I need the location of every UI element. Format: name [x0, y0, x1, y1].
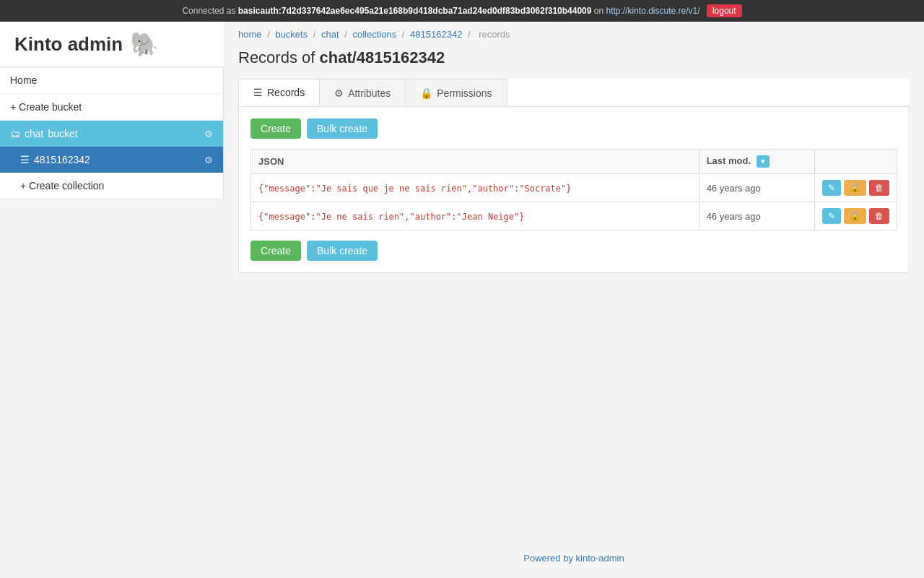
create-collection-button[interactable]: + Create collection	[0, 173, 223, 199]
collection-gear-icon[interactable]: ⚙	[204, 155, 213, 165]
sidebar-bucket-item[interactable]: 🗂 chat bucket ⚙	[0, 121, 223, 147]
sidebar: Home + Create bucket 🗂 chat bucket ⚙ ☰	[0, 67, 224, 199]
footer-link[interactable]: Powered by kinto-admin	[523, 553, 624, 564]
breadcrumb: home / buckets / chat / collections / 48…	[224, 22, 924, 44]
cell-lastmod: 46 years ago	[699, 202, 814, 230]
permissions-tab-icon: 🔒	[420, 87, 432, 99]
logout-button[interactable]: logout	[707, 4, 742, 17]
cell-actions: ✎ 🔒 🗑	[814, 202, 897, 230]
tab-bar: ☰ Records ⚙ Attributes 🔒 Permissions	[238, 79, 910, 107]
table-header-row: JSON Last mod. ▾	[251, 150, 897, 174]
footer: Powered by kinto-admin	[224, 538, 924, 578]
cell-json: {"message":"Je sais que je ne sais rien"…	[251, 174, 699, 202]
bucket-name: chat	[25, 128, 43, 139]
sidebar-home[interactable]: Home	[0, 67, 223, 94]
bottom-action-bar: Create Bulk create	[250, 241, 897, 261]
collection-label: ☰ 4815162342	[20, 154, 90, 165]
list-icon: ☰	[20, 154, 30, 165]
app-header: Kinto admin 🐘	[0, 22, 224, 67]
folder-icon: 🗂	[10, 128, 20, 139]
connected-as-label: Connected as	[182, 6, 235, 16]
permissions-tab-label: Permissions	[437, 87, 492, 99]
create-button-bottom[interactable]: Create	[250, 241, 301, 261]
page-title: Records of chat/4815162342	[224, 44, 924, 79]
tab-permissions[interactable]: 🔒 Permissions	[405, 79, 507, 106]
sort-lastmod-button[interactable]: ▾	[757, 155, 770, 168]
cell-actions: ✎ 🔒 🗑	[814, 174, 897, 202]
sidebar-collection-item[interactable]: ☰ 4815162342 ⚙	[0, 147, 223, 173]
top-bar: Connected as basicauth:7d2d337642ae6ec49…	[0, 0, 924, 22]
create-bucket-button[interactable]: + Create bucket	[0, 94, 223, 121]
attributes-tab-label: Attributes	[348, 87, 391, 99]
json-value: {"message":"Je sais que je ne sais rien"…	[258, 184, 571, 194]
tab-attributes[interactable]: ⚙ Attributes	[319, 79, 406, 106]
collection-id: 4815162342	[34, 154, 90, 165]
col-header-json: JSON	[251, 150, 699, 174]
cell-json: {"message":"Je ne sais rien","author":"J…	[251, 202, 699, 230]
cell-lastmod: 46 years ago	[699, 174, 814, 202]
breadcrumb-buckets[interactable]: buckets	[275, 29, 308, 40]
create-bucket-label: + Create bucket	[10, 101, 82, 113]
app-title-text: Kinto admin	[14, 33, 123, 56]
edit-button[interactable]: ✎	[822, 180, 841, 196]
breadcrumb-collection-id[interactable]: 4815162342	[410, 29, 462, 40]
bucket-suffix: bucket	[48, 128, 77, 139]
col-header-actions	[814, 150, 897, 174]
edit-button[interactable]: ✎	[822, 208, 841, 224]
col-header-lastmod: Last mod. ▾	[699, 150, 814, 174]
records-tab-icon: ☰	[253, 87, 263, 98]
content-area: home / buckets / chat / collections / 48…	[224, 22, 924, 538]
tab-records[interactable]: ☰ Records	[238, 79, 320, 106]
delete-button[interactable]: 🗑	[869, 180, 889, 196]
bulk-create-button-bottom[interactable]: Bulk create	[307, 241, 378, 261]
bucket-label: 🗂 chat bucket	[10, 128, 78, 139]
page-title-bold: chat/4815162342	[320, 48, 445, 66]
lock-button[interactable]: 🔒	[844, 208, 866, 224]
row-actions: ✎ 🔒 🗑	[822, 180, 889, 196]
bulk-create-button-top[interactable]: Bulk create	[307, 118, 378, 139]
table-row: {"message":"Je sais que je ne sais rien"…	[251, 174, 897, 202]
json-value: {"message":"Je ne sais rien","author":"J…	[258, 212, 524, 222]
bucket-gear-icon[interactable]: ⚙	[204, 129, 213, 139]
table-area: Create Bulk create JSON Last mod. ▾	[238, 107, 910, 273]
breadcrumb-current: records	[479, 29, 510, 40]
auth-token: basicauth:7d2d337642ae6ec495a21e168b9d41…	[238, 6, 592, 16]
page-title-prefix: Records of	[238, 48, 320, 66]
records-tab-label: Records	[267, 87, 305, 98]
create-button-top[interactable]: Create	[250, 118, 301, 139]
breadcrumb-collections[interactable]: collections	[353, 29, 397, 40]
lock-button[interactable]: 🔒	[844, 180, 866, 196]
home-label: Home	[10, 74, 37, 86]
breadcrumb-home[interactable]: home	[238, 29, 262, 40]
table-row: {"message":"Je ne sais rien","author":"J…	[251, 202, 897, 230]
create-collection-label: + Create collection	[20, 180, 104, 191]
server-url-link[interactable]: http://kinto.discute.re/v1/	[606, 6, 699, 16]
records-table: JSON Last mod. ▾ {"message":"Je sais que…	[250, 149, 897, 230]
attributes-tab-icon: ⚙	[334, 87, 344, 99]
breadcrumb-bucket-name[interactable]: chat	[321, 29, 339, 40]
on-label: on	[594, 6, 603, 16]
elephant-icon: 🐘	[130, 30, 159, 58]
row-actions: ✎ 🔒 🗑	[822, 208, 889, 224]
top-action-bar: Create Bulk create	[250, 118, 897, 139]
delete-button[interactable]: 🗑	[869, 208, 889, 224]
